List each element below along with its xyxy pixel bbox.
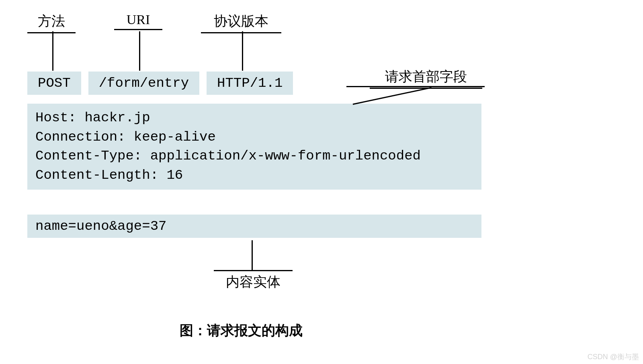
- header-line: Content-Type: application/x-www-form-url…: [35, 147, 473, 166]
- tick-method: [52, 31, 53, 71]
- label-uri: URI: [114, 12, 162, 30]
- pill-version: HTTP/1.1: [207, 72, 293, 95]
- figure-caption: 图：请求报文的构成: [0, 321, 482, 340]
- header-line: Content-Length: 16: [35, 166, 473, 185]
- label-method: 方法: [27, 12, 76, 33]
- tick-headers-diagonal: [353, 87, 432, 105]
- header-line: Host: hackr.jp: [35, 108, 473, 128]
- label-body-wrap: 内容实体: [201, 270, 305, 291]
- pill-uri: /form/entry: [88, 72, 199, 95]
- headers-block: Host: hackr.jp Connection: keep-alive Co…: [27, 104, 481, 190]
- watermark: CSDN @衡与墨: [588, 352, 639, 362]
- header-line: Connection: keep-alive: [35, 128, 473, 147]
- label-headers-underline: [346, 86, 485, 87]
- tick-version: [242, 31, 243, 71]
- body-block: name=ueno&age=37: [27, 215, 481, 238]
- tick-uri: [139, 31, 140, 71]
- request-line: POST /form/entry HTTP/1.1: [27, 72, 293, 95]
- label-version: 协议版本: [201, 12, 281, 33]
- label-body: 内容实体: [214, 270, 293, 291]
- pill-method: POST: [27, 72, 81, 95]
- tick-body: [252, 240, 253, 270]
